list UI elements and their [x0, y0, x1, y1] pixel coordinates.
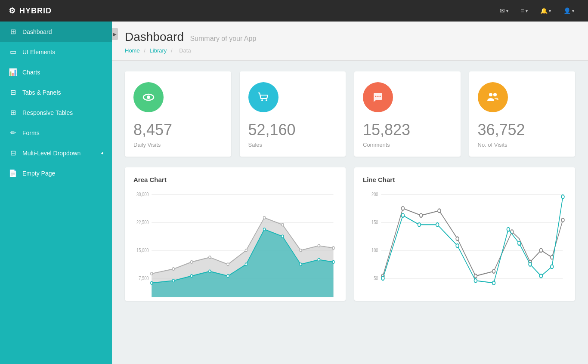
svg-point-27	[318, 244, 320, 247]
stat-card-visits: 36,752 No. of Visits	[469, 71, 576, 157]
chat-icon	[371, 90, 385, 104]
stat-label-visits: No. of Visits	[478, 142, 567, 148]
stat-card-sales: 52,160 Sales	[240, 71, 346, 157]
svg-point-6	[380, 96, 381, 97]
breadcrumb-data: Data	[179, 47, 191, 54]
svg-point-2	[261, 99, 263, 101]
stat-value-comments: 15,823	[363, 121, 452, 139]
svg-point-33	[209, 270, 211, 273]
svg-point-38	[300, 263, 302, 266]
svg-text:7,500: 7,500	[139, 275, 149, 281]
sidebar-item-empty[interactable]: 📄 Empty Page	[0, 163, 112, 183]
svg-point-65	[456, 244, 459, 248]
breadcrumb-home[interactable]: Home	[125, 47, 140, 54]
sidebar-toggle[interactable]: ▶	[112, 28, 118, 40]
sidebar-label-forms: Forms	[22, 130, 103, 136]
dropdown-caret-icon: ◂	[101, 150, 103, 156]
topnav: ⚙ HYBRID ✉ ▾ ≡ ▾ 🔔 ▾ 👤 ▾	[0, 0, 588, 22]
svg-point-3	[266, 99, 267, 101]
dashboard-icon: ⊞	[9, 28, 17, 36]
svg-text:15,000: 15,000	[136, 247, 149, 253]
svg-point-19	[172, 268, 174, 271]
sidebar-item-tabs[interactable]: ⊟ Tabs & Panels	[0, 82, 112, 102]
svg-point-37	[282, 235, 284, 238]
page-subtitle: Summary of your App	[190, 35, 256, 42]
svg-text:50: 50	[374, 275, 378, 281]
svg-point-35	[245, 263, 247, 266]
stat-card-daily-visits: 8,457 Daily Visits	[125, 71, 231, 157]
svg-text:150: 150	[371, 219, 378, 225]
svg-point-7	[489, 93, 492, 96]
mail-button[interactable]: ✉ ▾	[495, 5, 514, 17]
svg-point-73	[561, 195, 564, 199]
area-chart-container: 30,000 22,500 15,000 7,500	[133, 190, 337, 302]
ui-elements-icon: ▭	[9, 48, 17, 56]
tabs-icon: ⊟	[9, 88, 17, 96]
stat-cards: 8,457 Daily Visits 52,160 Sales	[125, 71, 575, 157]
sidebar-item-dropdown[interactable]: ⊟ Multi-Level Dropdown ◂	[0, 143, 112, 163]
svg-point-36	[263, 228, 266, 231]
cart-icon	[257, 90, 270, 104]
svg-point-55	[492, 269, 495, 273]
menu-button[interactable]: ≡ ▾	[516, 5, 533, 17]
svg-point-53	[456, 237, 459, 241]
svg-point-72	[551, 265, 554, 268]
svg-point-62	[402, 213, 405, 217]
topnav-actions: ✉ ▾ ≡ ▾ 🔔 ▾ 👤 ▾	[495, 5, 579, 17]
svg-point-61	[381, 277, 384, 281]
svg-point-1	[147, 96, 150, 99]
sidebar-item-forms[interactable]: ✏ Forms	[0, 123, 112, 143]
sidebar-item-tables[interactable]: ⊞ Responsive Tables	[0, 102, 112, 123]
page-header: Dashboard Summary of your App Home / Lib…	[112, 22, 588, 61]
line-chart-card: Line Chart 200 150 100 50	[354, 167, 575, 301]
eye-icon	[142, 90, 155, 104]
svg-point-71	[539, 274, 542, 278]
sidebar-label-tabs: Tabs & Panels	[22, 89, 103, 96]
stat-icon-visits	[478, 82, 508, 112]
svg-point-31	[172, 279, 174, 282]
breadcrumb-sep1: /	[144, 47, 145, 54]
svg-point-69	[518, 241, 521, 245]
notification-button[interactable]: 🔔 ▾	[535, 5, 556, 17]
empty-icon: 📄	[9, 169, 17, 177]
svg-point-60	[561, 218, 564, 222]
sidebar-label-dropdown: Multi-Level Dropdown	[22, 150, 96, 157]
svg-text:100: 100	[371, 247, 378, 253]
svg-point-63	[418, 223, 421, 227]
svg-point-54	[474, 274, 477, 278]
stat-icon-daily-visits	[133, 82, 164, 112]
sidebar-label-ui-elements: UI Elements	[22, 49, 103, 56]
user-button[interactable]: 👤 ▾	[558, 5, 579, 17]
sidebar-label-charts: Charts	[22, 69, 103, 76]
stat-icon-comments	[363, 82, 393, 112]
line-chart-svg: 200 150 100 50	[363, 190, 566, 302]
svg-point-21	[209, 256, 211, 259]
stat-card-comments: 15,823 Comments	[354, 71, 461, 157]
area-chart-title: Area Chart	[133, 176, 337, 183]
svg-text:22,500: 22,500	[136, 219, 149, 225]
sidebar-label-tables: Responsive Tables	[22, 109, 103, 116]
sidebar-item-ui-elements[interactable]: ▭ UI Elements	[0, 42, 112, 62]
breadcrumb-library[interactable]: Library	[150, 47, 167, 54]
svg-point-50	[402, 207, 405, 210]
app-body: ▶ ⊞ Dashboard ▭ UI Elements 📊 Charts ⊟ T…	[0, 22, 588, 364]
stat-label-sales: Sales	[248, 142, 337, 148]
svg-point-64	[436, 223, 439, 227]
svg-point-18	[151, 272, 153, 275]
svg-point-66	[474, 279, 477, 283]
svg-text:30,000: 30,000	[136, 191, 149, 197]
dropdown-icon: ⊟	[9, 149, 17, 157]
group-icon	[486, 90, 500, 105]
svg-point-30	[151, 281, 153, 284]
area-chart-svg: 30,000 22,500 15,000 7,500	[133, 190, 337, 302]
svg-point-28	[332, 247, 334, 250]
svg-point-70	[529, 262, 532, 266]
svg-point-32	[191, 275, 193, 278]
area-chart-card: Area Chart 30,000 22,500 15,000	[125, 167, 346, 301]
svg-point-68	[507, 228, 510, 231]
sidebar-item-dashboard[interactable]: ⊞ Dashboard	[0, 22, 112, 42]
breadcrumb-sep2: /	[171, 47, 173, 54]
svg-point-8	[493, 93, 497, 96]
sidebar-item-charts[interactable]: 📊 Charts	[0, 62, 112, 82]
svg-point-22	[227, 263, 229, 266]
